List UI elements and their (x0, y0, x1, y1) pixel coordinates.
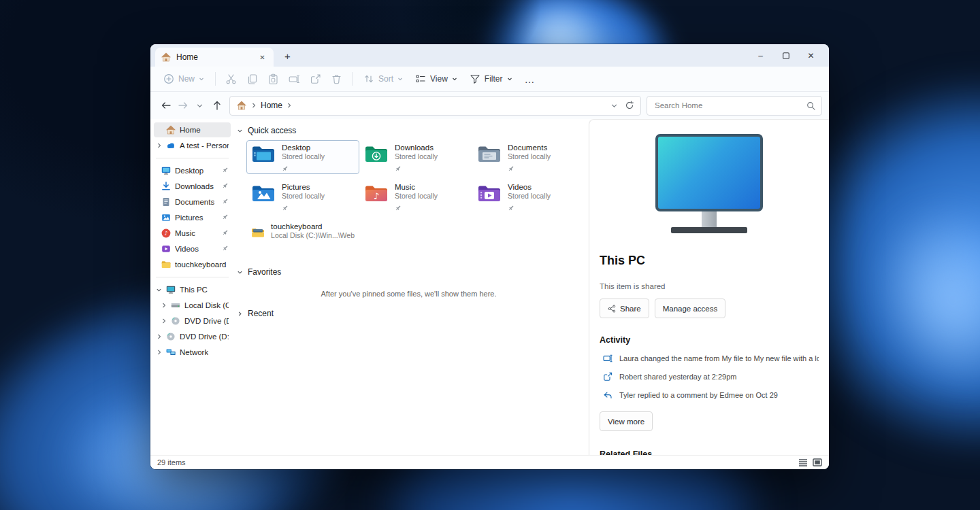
toolbar-separator (352, 72, 353, 86)
address-dropdown-icon[interactable] (610, 102, 618, 109)
close-button[interactable]: ✕ (798, 46, 823, 65)
sidebar-item-videos[interactable]: Videos (159, 241, 231, 256)
up-button[interactable] (208, 97, 225, 114)
rename-button[interactable] (284, 69, 305, 88)
arrow-left-icon (161, 100, 172, 111)
tile-videos[interactable]: Videos Stored locally (472, 180, 585, 214)
sidebar-item-label: Downloads (175, 182, 214, 190)
quick-access-title: Quick access (248, 126, 296, 135)
share-button[interactable]: Share (600, 299, 649, 318)
share-button-label: Share (620, 305, 641, 313)
tile-subtitle: Stored locally (395, 152, 438, 161)
chevron-right-icon[interactable] (161, 302, 167, 309)
home-icon (236, 100, 247, 111)
sidebar-item-label: Music (175, 229, 195, 237)
new-button[interactable]: New (157, 69, 210, 88)
tab-close-icon[interactable]: ✕ (257, 52, 268, 63)
share-button-toolbar[interactable] (305, 69, 326, 88)
sidebar-item-label: Desktop (175, 167, 203, 175)
quick-access-header[interactable]: Quick access (237, 123, 581, 138)
search-box[interactable] (647, 96, 822, 116)
toolbar-separator (215, 72, 216, 86)
sidebar-item-local-disk-c[interactable]: Local Disk (C:) (159, 298, 231, 313)
sidebar-item-music[interactable]: ♪ Music (159, 226, 231, 241)
activity-item-reply[interactable]: Tyler replied to a comment by Edmee on O… (600, 390, 819, 400)
items-view: Quick access Desktop Stored locally (231, 119, 589, 455)
details-title: This PC (600, 254, 819, 268)
back-button[interactable] (157, 97, 174, 114)
search-icon (806, 101, 815, 110)
tab-home[interactable]: Home ✕ (155, 48, 274, 67)
sidebar-item-pictures[interactable]: Pictures (159, 210, 231, 225)
activity-item-share[interactable]: Robert shared yesterday at 2:29pm (600, 372, 819, 381)
navigation-pane: Home A test - Personal Desktop (150, 119, 231, 455)
documents-icon (161, 197, 172, 207)
sidebar-item-desktop[interactable]: Desktop (159, 163, 231, 178)
filter-button[interactable]: Filter (463, 69, 519, 88)
chevron-down-icon[interactable] (156, 287, 162, 293)
copy-button[interactable] (242, 69, 263, 88)
new-tab-button[interactable]: + (279, 48, 296, 65)
maximize-button[interactable] (773, 46, 798, 65)
address-bar-actions (610, 101, 634, 110)
this-pc-icon (165, 284, 176, 295)
arrow-up-icon (212, 100, 223, 111)
tile-name: Pictures (282, 183, 325, 192)
cut-button[interactable] (220, 69, 242, 88)
favorites-empty-message: After you've pinned some files, we'll sh… (237, 290, 581, 298)
sidebar-item-home[interactable]: Home (154, 122, 231, 137)
music-folder-icon: ♪ (364, 183, 389, 203)
address-bar[interactable]: Home (229, 96, 641, 116)
tile-downloads[interactable]: Downloads Stored locally (359, 140, 472, 174)
arrow-right-icon (178, 100, 189, 111)
chevron-right-icon[interactable] (157, 349, 162, 356)
chevron-right-icon[interactable] (157, 333, 162, 340)
view-more-button[interactable]: View more (600, 411, 653, 431)
pin-icon (222, 245, 229, 252)
recent-header[interactable]: Recent (237, 306, 581, 321)
sidebar-item-downloads[interactable]: Downloads (159, 179, 231, 194)
tile-desktop[interactable]: Desktop Stored locally (246, 140, 359, 174)
tile-touchkeyboard[interactable]: touchkeyboard Local Disk (C:)\Win...\Web (246, 219, 359, 253)
refresh-icon[interactable] (625, 101, 634, 110)
paste-button[interactable] (263, 69, 284, 88)
see-more-button[interactable]: … (519, 69, 542, 88)
desktop-icon (161, 165, 172, 176)
sidebar-item-onedrive[interactable]: A test - Personal (154, 138, 231, 153)
chevron-right-icon[interactable] (161, 318, 167, 324)
details-view-icon[interactable] (798, 458, 808, 466)
delete-button[interactable] (326, 69, 347, 88)
large-icons-view-icon[interactable] (813, 458, 822, 466)
breadcrumb-root[interactable]: Home (261, 101, 282, 110)
sidebar-item-this-pc[interactable]: This PC (154, 282, 231, 297)
svg-text:♪: ♪ (164, 230, 167, 237)
chevron-right-icon (237, 311, 243, 317)
search-input[interactable] (653, 101, 806, 110)
view-button[interactable]: View (409, 69, 463, 88)
forward-button[interactable] (174, 97, 191, 114)
sort-button[interactable]: Sort (357, 69, 409, 88)
favorites-header[interactable]: Favorites (237, 265, 581, 279)
sidebar-item-documents[interactable]: Documents (159, 194, 231, 209)
sidebar-item-label: touchkeyboard (175, 260, 226, 269)
tile-music[interactable]: ♪ Music Stored locally (359, 180, 472, 214)
recent-locations-button[interactable] (191, 97, 208, 114)
sidebar-item-dvd-drive-cc[interactable]: DVD Drive (D:) CC (159, 313, 231, 328)
pin-icon (222, 198, 229, 205)
sidebar-item-dvd-drive-ccc[interactable]: DVD Drive (D:) CCC (154, 329, 231, 344)
activity-item-rename[interactable]: Laura changed the name from My file to M… (600, 354, 819, 363)
manage-access-button[interactable]: Manage access (655, 299, 726, 318)
sidebar-item-touchkeyboard[interactable]: touchkeyboard (159, 257, 231, 272)
tile-documents[interactable]: Documents Stored locally (472, 140, 585, 174)
music-icon: ♪ (161, 228, 172, 239)
trash-icon (331, 73, 342, 85)
sidebar-item-label: Home (180, 126, 201, 134)
tile-pictures[interactable]: Pictures Stored locally (246, 180, 359, 214)
sidebar-item-network[interactable]: Network (154, 345, 231, 360)
chevron-right-icon[interactable] (157, 142, 162, 149)
pin-icon (222, 214, 229, 220)
tile-subtitle: Stored locally (395, 192, 438, 201)
rename-activity-icon (603, 354, 612, 363)
minimize-button[interactable]: – (748, 46, 773, 65)
onedrive-cloud-icon (165, 140, 176, 151)
